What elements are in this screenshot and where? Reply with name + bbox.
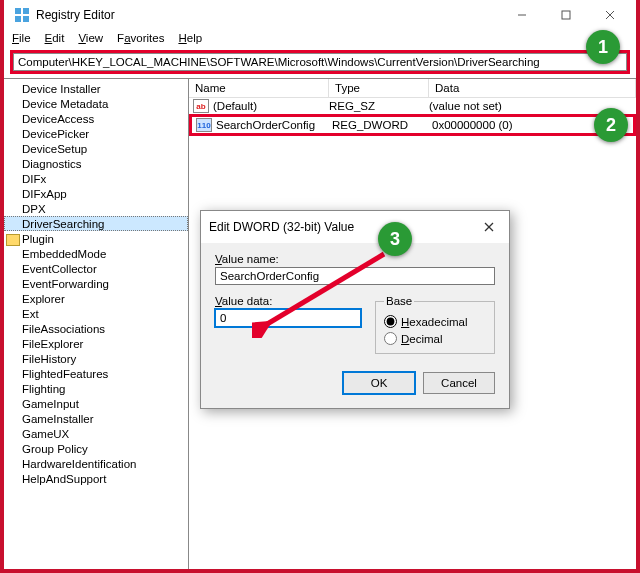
menu-edit[interactable]: Edit — [45, 32, 65, 44]
tree-item[interactable]: DPX — [4, 201, 188, 216]
value-type: REG_DWORD — [332, 119, 432, 131]
tree-item[interactable]: Group Policy — [4, 441, 188, 456]
value-row[interactable]: 110SearchOrderConfigREG_DWORD0x00000000 … — [189, 114, 636, 136]
tree-item[interactable]: DevicePicker — [4, 126, 188, 141]
dialog-close-button[interactable] — [477, 217, 501, 237]
value-row[interactable]: ab(Default)REG_SZ(value not set) — [189, 98, 636, 114]
tree-item[interactable]: Flighting — [4, 381, 188, 396]
col-name[interactable]: Name — [189, 79, 329, 97]
svg-rect-5 — [562, 11, 570, 19]
value-name: (Default) — [213, 100, 329, 112]
col-data[interactable]: Data — [429, 79, 636, 97]
tree-item[interactable]: Device Installer — [4, 81, 188, 96]
address-bar[interactable] — [13, 53, 627, 71]
tree-item[interactable]: FileAssociations — [4, 321, 188, 336]
tree-item[interactable]: FileHistory — [4, 351, 188, 366]
cancel-button[interactable]: Cancel — [423, 372, 495, 394]
tree-pane[interactable]: Device InstallerDevice MetadataDeviceAcc… — [4, 79, 189, 569]
tree-item[interactable]: HelpAndSupport — [4, 471, 188, 486]
address-highlight — [10, 50, 630, 74]
dialog-title: Edit DWORD (32-bit) Value — [209, 220, 477, 234]
menu-help[interactable]: Help — [178, 32, 202, 44]
svg-rect-3 — [23, 16, 29, 22]
tree-item[interactable]: EmbeddedMode — [4, 246, 188, 261]
title-bar: Registry Editor — [4, 0, 636, 30]
value-name: SearchOrderConfig — [216, 119, 332, 131]
value-type: REG_SZ — [329, 100, 429, 112]
step-badge-1: 1 — [586, 30, 620, 64]
tree-item[interactable]: GameUX — [4, 426, 188, 441]
dialog-titlebar: Edit DWORD (32-bit) Value — [201, 211, 509, 243]
tree-item[interactable]: HardwareIdentification — [4, 456, 188, 471]
tree-item[interactable]: FlightedFeatures — [4, 366, 188, 381]
dword-icon: 110 — [196, 118, 212, 132]
close-button[interactable] — [588, 1, 632, 29]
step-badge-2: 2 — [594, 108, 628, 142]
maximize-button[interactable] — [544, 1, 588, 29]
window-title: Registry Editor — [36, 8, 500, 22]
tree-item[interactable]: Ext — [4, 306, 188, 321]
column-headers: Name Type Data — [189, 79, 636, 98]
tree-item[interactable]: DIFx — [4, 171, 188, 186]
col-type[interactable]: Type — [329, 79, 429, 97]
tree-item[interactable]: EventCollector — [4, 261, 188, 276]
menu-favorites[interactable]: Favorites — [117, 32, 164, 44]
menu-file[interactable]: File — [12, 32, 31, 44]
svg-rect-1 — [23, 8, 29, 14]
tree-item[interactable]: EventForwarding — [4, 276, 188, 291]
tree-item[interactable]: FileExplorer — [4, 336, 188, 351]
regedit-icon — [14, 7, 30, 23]
arrow-annotation — [252, 248, 402, 338]
tree-item[interactable]: DriverSearching — [4, 216, 188, 231]
svg-line-10 — [264, 254, 384, 326]
value-rows: ab(Default)REG_SZ(value not set)110Searc… — [189, 98, 636, 136]
tree-item[interactable]: DeviceSetup — [4, 141, 188, 156]
minimize-button[interactable] — [500, 1, 544, 29]
tree-item[interactable]: Device Metadata — [4, 96, 188, 111]
menu-view[interactable]: View — [78, 32, 103, 44]
menu-bar: File Edit View Favorites Help — [4, 30, 636, 48]
tree-item[interactable]: DIFxApp — [4, 186, 188, 201]
string-icon: ab — [193, 99, 209, 113]
tree-item[interactable]: DeviceAccess — [4, 111, 188, 126]
tree-item[interactable]: GameInstaller — [4, 411, 188, 426]
step-badge-3: 3 — [378, 222, 412, 256]
tree-item[interactable]: GameInput — [4, 396, 188, 411]
tree-item[interactable]: Plugin — [4, 231, 188, 246]
svg-rect-2 — [15, 16, 21, 22]
tree-item[interactable]: Explorer — [4, 291, 188, 306]
tree-item[interactable]: Diagnostics — [4, 156, 188, 171]
svg-rect-0 — [15, 8, 21, 14]
ok-button[interactable]: OK — [343, 372, 415, 394]
